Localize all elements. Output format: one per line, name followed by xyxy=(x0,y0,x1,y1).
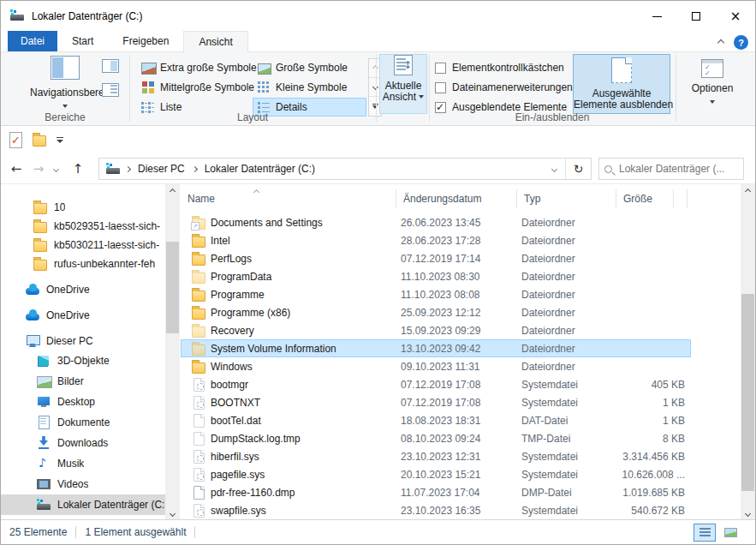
back-button[interactable]: ← xyxy=(6,159,27,179)
file-rows: Documents and Settings 26.06.2023 13:45 … xyxy=(181,213,741,521)
file-row[interactable]: Recovery 15.09.2023 09:29 Dateiordner xyxy=(181,321,691,339)
status-bar: 25 Elemente 1 Element ausgewählt xyxy=(1,519,755,544)
column-header-size[interactable]: Größe xyxy=(616,189,674,208)
forward-button[interactable]: → xyxy=(28,159,49,179)
file-icon xyxy=(193,486,205,500)
file-row[interactable]: bootmgr 07.12.2019 17:08 Systemdatei 405… xyxy=(181,375,691,393)
breadcrumb-chevron-icon xyxy=(125,167,131,171)
thumbnails-view-toggle[interactable] xyxy=(719,524,741,542)
sidebar-item-onedrive-2[interactable]: OneDrive xyxy=(1,306,165,325)
file-row[interactable]: BOOTNXT 07.12.2019 17:08 Systemdatei 1 K… xyxy=(181,393,691,411)
system-file-icon xyxy=(193,468,205,482)
details-pane-button[interactable] xyxy=(102,83,119,97)
close-button[interactable]: × xyxy=(716,1,755,32)
hidden-file-icon xyxy=(193,432,205,446)
minimize-icon xyxy=(652,16,662,17)
tab-ansicht[interactable]: Ansicht xyxy=(183,31,247,52)
file-row[interactable]: Programme 11.10.2023 08:08 Dateiordner xyxy=(181,285,691,303)
system-file-icon xyxy=(193,450,205,464)
scrollbar-thumb[interactable] xyxy=(166,242,179,333)
breadcrumb-dieser-pc[interactable]: Dieser PC xyxy=(131,163,192,175)
layout-item-small[interactable]: Kleine Symbole xyxy=(253,78,366,97)
sidebar-item-kb5030211[interactable]: kb5030211-laesst-sich- xyxy=(1,236,165,255)
layout-item-large[interactable]: Große Symbole xyxy=(253,58,366,77)
checkbox-file-extensions[interactable]: Dateinamenerweiterungen xyxy=(435,79,573,96)
hide-selected-items-button[interactable]: Ausgewählte Elemente ausblenden xyxy=(573,54,670,114)
file-row[interactable]: DumpStack.log.tmp 08.10.2023 09:24 TMP-D… xyxy=(181,429,691,447)
checkbox-unchecked-icon[interactable] xyxy=(435,63,446,74)
documents-icon xyxy=(37,416,51,429)
sidebar-item-videos[interactable]: Videos xyxy=(1,474,165,494)
layout-item-extra-large[interactable]: Extra große Symbole xyxy=(137,58,251,77)
tab-freigeben[interactable]: Freigeben xyxy=(108,31,183,51)
help-button[interactable]: ? xyxy=(734,35,748,50)
properties-icon[interactable] xyxy=(9,132,22,148)
file-row[interactable]: pdr-free-1160.dmp 11.07.2023 17:04 DMP-D… xyxy=(181,483,691,501)
sidebar-item-onedrive[interactable]: OneDrive xyxy=(1,280,165,299)
maximize-button[interactable] xyxy=(676,1,716,32)
history-dropdown-icon[interactable] xyxy=(49,159,63,179)
file-row[interactable]: Windows 09.10.2023 11:31 Dateiordner xyxy=(181,357,691,375)
navigation-pane-button[interactable]: Navigationsbereich xyxy=(30,56,100,114)
sidebar-item-downloads[interactable]: Downloads xyxy=(1,433,165,453)
scrollbar-thumb[interactable] xyxy=(741,294,754,491)
search-input[interactable] xyxy=(619,163,738,175)
minimize-button[interactable] xyxy=(637,1,676,32)
file-row[interactable]: hiberfil.sys 23.10.2023 12:31 Systemdate… xyxy=(181,447,691,465)
column-header-name[interactable]: Name xyxy=(181,189,396,208)
scroll-up-icon[interactable] xyxy=(741,184,755,199)
sidebar-item-dieser-pc[interactable]: Dieser PC xyxy=(1,332,165,350)
drive-icon xyxy=(10,9,24,21)
onedrive-icon xyxy=(26,308,39,322)
scroll-up-icon[interactable] xyxy=(165,184,180,199)
tab-datei[interactable]: Datei xyxy=(8,31,57,51)
folder-icon xyxy=(192,362,205,374)
sidebar-item-lokaler-datentraeger[interactable]: Lokaler Datenträger (C: xyxy=(1,494,165,515)
file-row[interactable]: ProgramData 11.10.2023 08:30 Dateiordner xyxy=(181,267,691,285)
sidebar-item-musik[interactable]: Musik xyxy=(1,453,165,474)
refresh-button[interactable]: ↻ xyxy=(565,159,591,179)
collapse-ribbon-icon[interactable] xyxy=(717,39,724,45)
column-header-type[interactable]: Typ xyxy=(517,189,616,208)
file-row[interactable]: Documents and Settings 26.06.2023 13:45 … xyxy=(181,213,691,231)
sidebar-scrollbar[interactable] xyxy=(165,184,180,521)
file-row[interactable]: pagefile.sys 20.10.2023 15:21 Systemdate… xyxy=(181,465,691,483)
tab-start[interactable]: Start xyxy=(57,31,108,51)
checkbox-unchecked-icon[interactable] xyxy=(435,82,446,93)
up-button[interactable]: ↑ xyxy=(68,159,88,179)
file-row-selected[interactable]: System Volume Information 13.10.2023 09:… xyxy=(181,339,691,357)
search-box[interactable] xyxy=(598,158,744,180)
folder-icon xyxy=(33,203,47,214)
system-file-icon xyxy=(193,504,205,518)
address-dropdown-icon[interactable] xyxy=(543,159,565,179)
dropdown-arrow-icon xyxy=(419,95,424,99)
onedrive-icon xyxy=(26,283,39,296)
checkbox-item-checkboxes[interactable]: Elementkontrollkästchen xyxy=(435,59,564,76)
options-button[interactable]: Optionen xyxy=(682,54,742,114)
sidebar-item-bilder[interactable]: Bilder xyxy=(1,371,165,392)
file-row[interactable]: bootTel.dat 18.08.2023 18:31 DAT-Datei 1… xyxy=(181,411,691,429)
current-view-button[interactable]: Aktuelle Ansicht xyxy=(379,54,427,114)
music-icon xyxy=(37,457,51,470)
file-row[interactable]: swapfile.sys 23.10.2023 16:35 Systemdate… xyxy=(181,501,691,519)
sidebar-item-kb5029351[interactable]: kb5029351-laesst-sich- xyxy=(1,217,165,236)
preview-pane-button[interactable] xyxy=(102,59,119,73)
new-folder-icon[interactable] xyxy=(33,135,46,147)
details-view-toggle[interactable] xyxy=(693,524,716,542)
file-row[interactable]: Programme (x86) 25.09.2023 12:12 Dateior… xyxy=(181,303,691,321)
sidebar-item-desktop[interactable]: Desktop xyxy=(1,392,165,412)
layout-item-medium[interactable]: Mittelgroße Symbole xyxy=(137,78,251,97)
sidebar-item-3d-objekte[interactable]: 3D-Objekte xyxy=(1,350,165,371)
details-view-icon xyxy=(699,528,711,537)
customize-toolbar-icon[interactable] xyxy=(57,137,63,143)
sidebar-item-rufus[interactable]: rufus-unbekannter-feh xyxy=(1,255,165,273)
column-header-date[interactable]: Änderungsdatum xyxy=(396,189,517,208)
breadcrumb-drive-c[interactable]: Lokaler Datenträger (C:) xyxy=(198,163,322,175)
file-list-scrollbar[interactable] xyxy=(741,184,755,521)
address-bar[interactable]: Dieser PC Lokaler Datenträger (C:) ↻ xyxy=(98,158,592,180)
sidebar-item-folder-10[interactable]: 10 xyxy=(1,198,165,217)
file-row[interactable]: Intel 28.06.2023 17:28 Dateiordner xyxy=(181,231,691,249)
file-list-pane: Name Änderungsdatum Typ Größe Documents … xyxy=(181,184,741,521)
file-row[interactable]: PerfLogs 07.12.2019 17:14 Dateiordner xyxy=(181,249,691,267)
sidebar-item-dokumente[interactable]: Dokumente xyxy=(1,412,165,433)
